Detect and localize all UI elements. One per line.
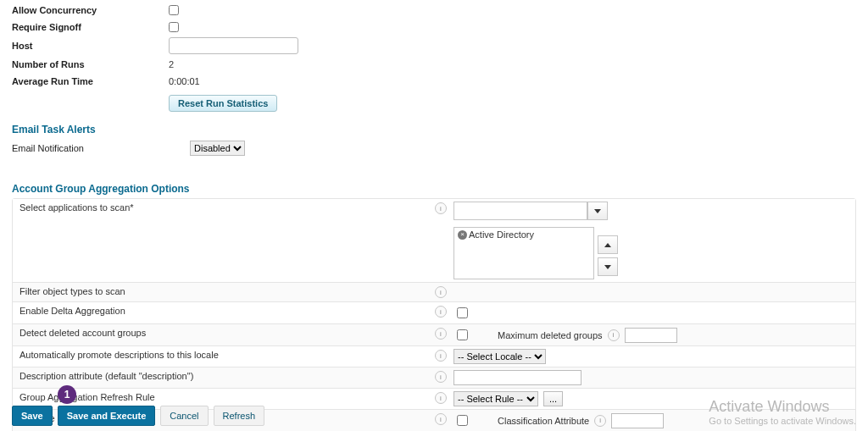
promote-classifications-checkbox[interactable]	[457, 415, 468, 426]
help-icon[interactable]: i	[594, 415, 606, 427]
avg-run-time-label: Average Run Time	[12, 76, 169, 86]
detect-deleted-checkbox[interactable]	[457, 329, 468, 340]
email-notification-select[interactable]: Disabled	[190, 141, 245, 156]
cancel-button[interactable]: Cancel	[160, 406, 208, 426]
help-icon[interactable]: i	[435, 306, 447, 318]
help-icon[interactable]: i	[435, 350, 447, 362]
save-button[interactable]: Save	[12, 406, 53, 426]
description-attribute-label: Description attribute (default "descript…	[13, 367, 433, 384]
selected-apps-list: × Active Directory	[453, 227, 594, 279]
filter-types-label: Filter object types to scan	[13, 283, 433, 300]
move-up-icon[interactable]	[598, 235, 618, 254]
number-of-runs-label: Number of Runs	[12, 59, 169, 69]
require-signoff-checkbox[interactable]	[169, 22, 179, 32]
require-signoff-label: Require Signoff	[12, 22, 169, 32]
allow-concurrency-checkbox[interactable]	[169, 5, 179, 15]
callout-badge: 1	[58, 385, 76, 404]
help-icon[interactable]: i	[435, 371, 447, 383]
detect-deleted-label: Detect deleted account groups	[13, 324, 433, 341]
number-of-runs-value: 2	[169, 59, 174, 69]
remove-icon[interactable]: ×	[458, 230, 467, 240]
windows-activation-watermark: Activate Windows Go to Settings to activ…	[709, 398, 856, 426]
refresh-rule-browse-button[interactable]: ...	[543, 391, 563, 406]
auto-promote-locale-select[interactable]: -- Select Locale --	[453, 349, 546, 364]
description-attribute-input[interactable]	[453, 370, 581, 385]
help-icon[interactable]: i	[435, 286, 447, 298]
avg-run-time-value: 0:00:01	[169, 76, 200, 86]
enable-delta-label: Enable Delta Aggregation	[13, 302, 433, 319]
save-and-execute-button[interactable]: Save and Execute	[58, 406, 156, 426]
help-icon[interactable]: i	[608, 329, 620, 341]
classification-attribute-label: Classification Attribute	[498, 416, 589, 426]
watermark-title: Activate Windows	[709, 398, 856, 416]
refresh-button[interactable]: Refresh	[214, 406, 265, 426]
host-input[interactable]	[169, 37, 298, 54]
auto-promote-label: Automatically promote descriptions to th…	[13, 346, 433, 363]
select-apps-combobox[interactable]	[453, 202, 587, 220]
aggregation-options-heading: Account Group Aggregation Options	[12, 183, 856, 195]
aggregation-options-panel: Select applications to scan* i × Active …	[12, 198, 856, 431]
refresh-rule-select[interactable]: -- Select Rule --	[453, 391, 538, 406]
allow-concurrency-label: Allow Concurrency	[12, 5, 169, 15]
watermark-subtitle: Go to Settings to activate Windows.	[709, 416, 856, 426]
select-apps-label: Select applications to scan*	[13, 199, 433, 216]
host-label: Host	[12, 41, 169, 51]
help-icon[interactable]: i	[435, 413, 447, 425]
classification-attribute-input[interactable]	[611, 413, 664, 428]
help-icon[interactable]: i	[435, 328, 447, 340]
help-icon[interactable]: i	[435, 392, 447, 404]
enable-delta-checkbox[interactable]	[457, 307, 468, 318]
reset-run-statistics-button[interactable]: Reset Run Statistics	[169, 95, 277, 112]
help-icon[interactable]: i	[435, 202, 447, 214]
max-deleted-groups-input[interactable]	[625, 328, 677, 343]
email-notification-label: Email Notification	[12, 143, 169, 153]
email-task-alerts-heading: Email Task Alerts	[12, 124, 856, 135]
select-apps-dropdown-icon[interactable]	[587, 202, 608, 220]
max-deleted-groups-label: Maximum deleted groups	[498, 330, 603, 340]
move-down-icon[interactable]	[598, 257, 618, 276]
selected-app-name: Active Directory	[469, 229, 534, 240]
list-item: × Active Directory	[458, 229, 590, 240]
